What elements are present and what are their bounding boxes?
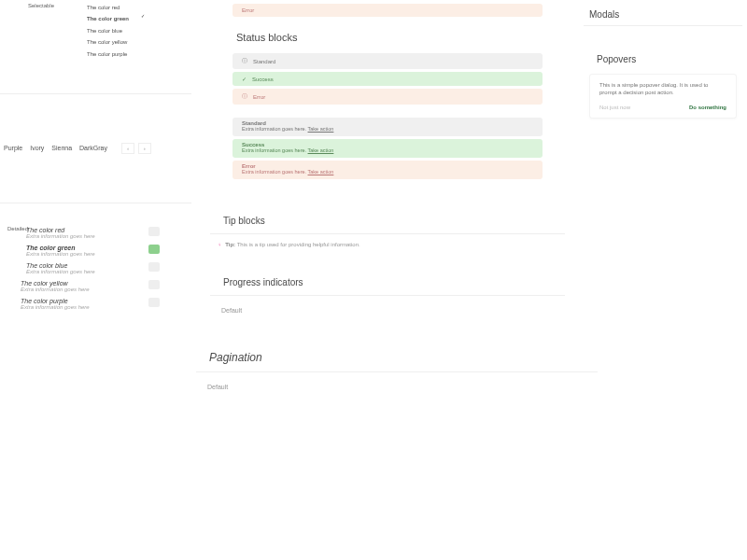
status-error-detail: ErrorExtra information goes here. Take a… bbox=[233, 161, 543, 179]
status-success: ✓Success bbox=[233, 72, 543, 86]
info-icon: ⓘ bbox=[242, 92, 247, 101]
popover-cancel-button[interactable]: Not just now bbox=[599, 105, 630, 110]
popover-body: This is a simple popover dialog. It is u… bbox=[599, 82, 726, 97]
sel-item-yellow[interactable]: The color yellow bbox=[87, 36, 191, 48]
divider bbox=[0, 93, 191, 94]
right-column: Modals Popovers This is a simple popover… bbox=[584, 0, 742, 124]
status-standard-detail: StandardExtra information goes here. Tak… bbox=[233, 118, 543, 136]
sel-item-blue[interactable]: The color blue bbox=[87, 25, 191, 36]
check-icon: ✓ bbox=[141, 13, 145, 19]
tab-ivory[interactable]: Ivory bbox=[30, 145, 44, 151]
bulb-icon: ♀ bbox=[218, 242, 222, 247]
det-box-icon bbox=[148, 227, 160, 236]
take-action-link[interactable]: Take action bbox=[308, 126, 334, 132]
take-action-link[interactable]: Take action bbox=[308, 147, 334, 153]
popover-confirm-button[interactable]: Do something bbox=[689, 105, 726, 110]
pagination-default-label: Default bbox=[196, 380, 598, 394]
tab-purple[interactable]: Purple bbox=[4, 145, 22, 151]
status-success-detail: SuccessExtra information goes here. Take… bbox=[233, 139, 543, 158]
pagination-section: Pagination Default bbox=[196, 351, 598, 394]
divider bbox=[210, 295, 565, 296]
divider bbox=[210, 233, 565, 234]
det-box-icon bbox=[148, 262, 160, 272]
tab-sienna[interactable]: Sienna bbox=[51, 145, 72, 151]
status-error-top: Error bbox=[233, 4, 543, 17]
info-icon: ⓘ bbox=[242, 57, 247, 65]
divider bbox=[0, 203, 191, 203]
status-standard: ⓘStandard bbox=[233, 53, 543, 69]
tip-block: ♀ Tip: This is a tip used for providing … bbox=[218, 242, 557, 247]
selectable-label: Selectable bbox=[28, 3, 54, 8]
det-item-yellow[interactable]: The color yellowExtra information goes h… bbox=[21, 277, 191, 295]
det-box-icon bbox=[148, 280, 160, 289]
sel-item-green[interactable]: The color green bbox=[87, 13, 191, 24]
tab-darkgray[interactable]: DarkGray bbox=[79, 145, 107, 151]
divider bbox=[196, 371, 598, 372]
status-blocks-heading: Status blocks bbox=[210, 17, 565, 50]
popovers-heading: Popovers bbox=[584, 34, 742, 68]
det-box-icon bbox=[148, 245, 160, 254]
tab-next-button[interactable]: › bbox=[138, 143, 151, 154]
status-error: ⓘError bbox=[233, 89, 543, 105]
det-item-purple[interactable]: The color purpleExtra information goes h… bbox=[21, 295, 191, 313]
divider bbox=[584, 25, 742, 26]
take-action-link[interactable]: Take action bbox=[308, 169, 334, 175]
progress-default-label: Default bbox=[210, 303, 565, 317]
det-item-blue[interactable]: The color blueExtra information goes her… bbox=[26, 259, 191, 277]
det-box-icon bbox=[148, 298, 160, 307]
tip-blocks-heading: Tip blocks bbox=[210, 182, 565, 231]
sel-item-red[interactable]: The color red bbox=[87, 2, 191, 13]
sel-item-purple[interactable]: The color purple bbox=[87, 49, 191, 60]
check-icon: ✓ bbox=[242, 76, 247, 82]
det-item-green[interactable]: The color greenExtra information goes he… bbox=[26, 242, 191, 259]
modals-heading: Modals bbox=[584, 0, 742, 23]
color-tabs: Purple Ivory Sienna DarkGray ‹ › bbox=[0, 102, 191, 158]
tab-prev-button[interactable]: ‹ bbox=[121, 143, 134, 154]
progress-heading: Progress indicators bbox=[210, 251, 565, 293]
detailed-label: Detailed bbox=[7, 226, 28, 231]
selectable-items: The color red ✓The color green The color… bbox=[28, 2, 191, 60]
popover-dialog: This is a simple popover dialog. It is u… bbox=[589, 74, 737, 119]
left-column: Selectable The color red ✓The color gree… bbox=[0, 0, 191, 313]
pagination-heading: Pagination bbox=[196, 351, 598, 370]
det-item-red[interactable]: The color redExtra information goes here bbox=[26, 224, 191, 242]
mid-column: Error Status blocks ⓘStandard ✓Success ⓘ… bbox=[210, 0, 565, 317]
